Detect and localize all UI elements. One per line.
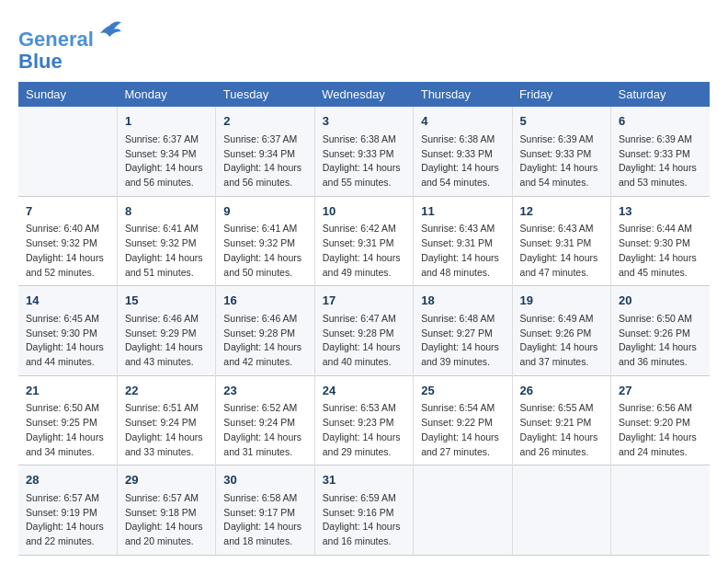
day-number: 20 <box>619 292 702 310</box>
day-info: Sunrise: 6:37 AMSunset: 9:34 PMDaylight:… <box>223 132 306 190</box>
day-cell: 18Sunrise: 6:48 AMSunset: 9:27 PMDayligh… <box>414 286 512 376</box>
day-number: 11 <box>421 202 504 221</box>
day-info: Sunrise: 6:57 AMSunset: 9:18 PMDaylight:… <box>125 491 208 549</box>
week-row-1: 1Sunrise: 6:37 AMSunset: 9:34 PMDaylight… <box>18 107 710 196</box>
day-cell <box>611 465 710 556</box>
day-number: 18 <box>421 292 504 310</box>
day-number: 9 <box>223 202 306 221</box>
day-number: 1 <box>125 112 208 131</box>
day-cell: 27Sunrise: 6:56 AMSunset: 9:20 PMDayligh… <box>611 375 710 465</box>
day-info: Sunrise: 6:54 AMSunset: 9:22 PMDaylight:… <box>421 401 504 459</box>
day-number: 16 <box>223 292 306 310</box>
day-number: 26 <box>520 382 603 400</box>
day-info: Sunrise: 6:55 AMSunset: 9:21 PMDaylight:… <box>520 401 603 459</box>
day-info: Sunrise: 6:51 AMSunset: 9:24 PMDaylight:… <box>125 401 208 459</box>
day-number: 2 <box>223 112 306 131</box>
day-cell: 17Sunrise: 6:47 AMSunset: 9:28 PMDayligh… <box>314 286 413 376</box>
day-cell: 31Sunrise: 6:59 AMSunset: 9:16 PMDayligh… <box>314 465 413 556</box>
header-wednesday: Wednesday <box>314 82 413 107</box>
header-saturday: Saturday <box>611 82 710 107</box>
day-number: 15 <box>125 292 208 310</box>
day-number: 22 <box>125 382 208 400</box>
day-info: Sunrise: 6:43 AMSunset: 9:31 PMDaylight:… <box>520 222 603 280</box>
header-monday: Monday <box>117 82 215 107</box>
day-cell: 30Sunrise: 6:58 AMSunset: 9:17 PMDayligh… <box>216 465 314 556</box>
day-number: 8 <box>125 202 208 221</box>
day-info: Sunrise: 6:38 AMSunset: 9:33 PMDaylight:… <box>421 132 504 190</box>
header-thursday: Thursday <box>414 82 512 107</box>
weekday-header-row: SundayMondayTuesdayWednesdayThursdayFrid… <box>18 82 710 107</box>
day-info: Sunrise: 6:40 AMSunset: 9:32 PMDaylight:… <box>26 222 109 280</box>
day-cell: 20Sunrise: 6:50 AMSunset: 9:26 PMDayligh… <box>611 286 710 376</box>
day-cell: 22Sunrise: 6:51 AMSunset: 9:24 PMDayligh… <box>117 375 215 465</box>
day-cell: 25Sunrise: 6:54 AMSunset: 9:22 PMDayligh… <box>414 375 512 465</box>
day-cell: 3Sunrise: 6:38 AMSunset: 9:33 PMDaylight… <box>314 107 413 196</box>
day-cell: 2Sunrise: 6:37 AMSunset: 9:34 PMDaylight… <box>216 107 314 196</box>
day-cell: 16Sunrise: 6:46 AMSunset: 9:28 PMDayligh… <box>216 286 314 376</box>
logo-bird-icon <box>96 18 123 46</box>
day-number: 29 <box>125 471 208 489</box>
day-number: 4 <box>421 112 504 131</box>
day-info: Sunrise: 6:41 AMSunset: 9:32 PMDaylight:… <box>125 222 208 280</box>
day-cell: 4Sunrise: 6:38 AMSunset: 9:33 PMDaylight… <box>414 107 512 196</box>
week-row-3: 14Sunrise: 6:45 AMSunset: 9:30 PMDayligh… <box>18 286 710 376</box>
day-cell: 29Sunrise: 6:57 AMSunset: 9:18 PMDayligh… <box>117 465 215 556</box>
day-number: 7 <box>26 202 109 221</box>
day-info: Sunrise: 6:38 AMSunset: 9:33 PMDaylight:… <box>323 132 405 190</box>
day-info: Sunrise: 6:46 AMSunset: 9:29 PMDaylight:… <box>125 312 208 370</box>
day-cell: 1Sunrise: 6:37 AMSunset: 9:34 PMDaylight… <box>117 107 215 196</box>
day-cell: 6Sunrise: 6:39 AMSunset: 9:33 PMDaylight… <box>611 107 710 196</box>
day-cell <box>414 465 512 556</box>
day-cell: 14Sunrise: 6:45 AMSunset: 9:30 PMDayligh… <box>18 286 117 376</box>
header-tuesday: Tuesday <box>216 82 314 107</box>
day-cell: 7Sunrise: 6:40 AMSunset: 9:32 PMDaylight… <box>18 196 117 286</box>
day-cell: 12Sunrise: 6:43 AMSunset: 9:31 PMDayligh… <box>512 196 610 286</box>
day-info: Sunrise: 6:39 AMSunset: 9:33 PMDaylight:… <box>619 132 702 190</box>
day-info: Sunrise: 6:44 AMSunset: 9:30 PMDaylight:… <box>619 222 702 280</box>
day-info: Sunrise: 6:59 AMSunset: 9:16 PMDaylight:… <box>323 491 405 549</box>
day-number: 5 <box>520 112 603 131</box>
day-info: Sunrise: 6:50 AMSunset: 9:25 PMDaylight:… <box>26 401 109 459</box>
day-number: 28 <box>26 471 109 489</box>
header-friday: Friday <box>512 82 610 107</box>
week-row-4: 21Sunrise: 6:50 AMSunset: 9:25 PMDayligh… <box>18 375 710 465</box>
day-cell: 13Sunrise: 6:44 AMSunset: 9:30 PMDayligh… <box>611 196 710 286</box>
day-info: Sunrise: 6:52 AMSunset: 9:24 PMDaylight:… <box>223 401 306 459</box>
day-cell <box>512 465 610 556</box>
day-number: 6 <box>619 112 702 131</box>
day-info: Sunrise: 6:43 AMSunset: 9:31 PMDaylight:… <box>421 222 504 280</box>
day-info: Sunrise: 6:41 AMSunset: 9:32 PMDaylight:… <box>223 222 306 280</box>
day-info: Sunrise: 6:49 AMSunset: 9:26 PMDaylight:… <box>520 312 603 370</box>
day-info: Sunrise: 6:46 AMSunset: 9:28 PMDaylight:… <box>223 312 306 370</box>
day-info: Sunrise: 6:39 AMSunset: 9:33 PMDaylight:… <box>520 132 603 190</box>
day-number: 19 <box>520 292 603 310</box>
day-number: 17 <box>323 292 405 310</box>
day-number: 3 <box>323 112 405 131</box>
day-info: Sunrise: 6:37 AMSunset: 9:34 PMDaylight:… <box>125 132 208 190</box>
day-cell: 19Sunrise: 6:49 AMSunset: 9:26 PMDayligh… <box>512 286 610 376</box>
day-number: 25 <box>421 382 504 400</box>
day-number: 14 <box>26 292 109 310</box>
day-cell <box>18 107 117 196</box>
day-number: 21 <box>26 382 109 400</box>
day-number: 27 <box>619 382 702 400</box>
header-sunday: Sunday <box>18 82 117 107</box>
day-info: Sunrise: 6:56 AMSunset: 9:20 PMDaylight:… <box>619 401 702 459</box>
day-number: 30 <box>223 471 306 489</box>
day-info: Sunrise: 6:42 AMSunset: 9:31 PMDaylight:… <box>323 222 405 280</box>
day-cell: 23Sunrise: 6:52 AMSunset: 9:24 PMDayligh… <box>216 375 314 465</box>
day-cell: 24Sunrise: 6:53 AMSunset: 9:23 PMDayligh… <box>314 375 413 465</box>
page-header: General Blue <box>18 18 710 73</box>
logo: General Blue <box>18 18 123 73</box>
day-info: Sunrise: 6:53 AMSunset: 9:23 PMDaylight:… <box>323 401 405 459</box>
day-info: Sunrise: 6:47 AMSunset: 9:28 PMDaylight:… <box>323 312 405 370</box>
day-number: 12 <box>520 202 603 221</box>
day-cell: 8Sunrise: 6:41 AMSunset: 9:32 PMDaylight… <box>117 196 215 286</box>
day-number: 10 <box>323 202 405 221</box>
day-cell: 5Sunrise: 6:39 AMSunset: 9:33 PMDaylight… <box>512 107 610 196</box>
day-cell: 28Sunrise: 6:57 AMSunset: 9:19 PMDayligh… <box>18 465 117 556</box>
day-info: Sunrise: 6:48 AMSunset: 9:27 PMDaylight:… <box>421 312 504 370</box>
day-cell: 9Sunrise: 6:41 AMSunset: 9:32 PMDaylight… <box>216 196 314 286</box>
logo-text: General Blue <box>18 18 123 73</box>
day-cell: 11Sunrise: 6:43 AMSunset: 9:31 PMDayligh… <box>414 196 512 286</box>
